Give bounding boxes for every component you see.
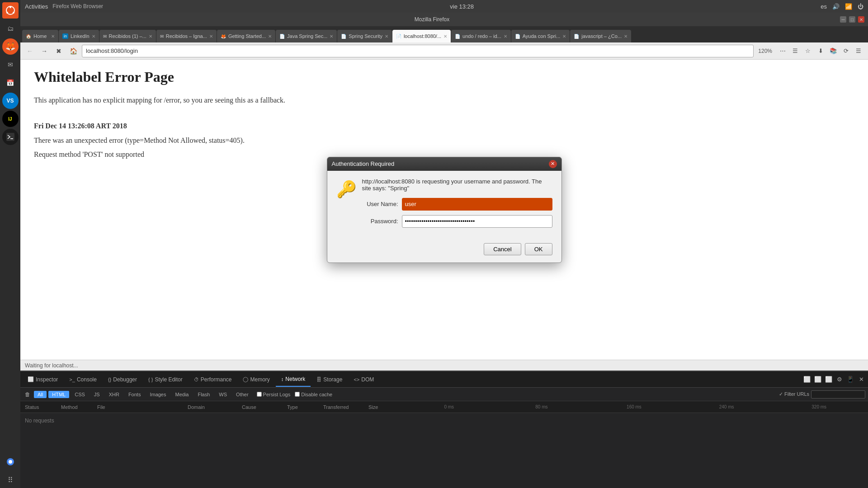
getting-started-tab-close[interactable]: ✕ xyxy=(268,34,272,39)
library-button[interactable]: 📚 xyxy=(827,45,839,57)
chrome-taskbar-icon[interactable] xyxy=(2,454,19,470)
persist-logs-checkbox[interactable]: Persist Logs xyxy=(257,392,291,397)
devtools-panel: ⬜ Inspector >_ Console {} Debugger { } S… xyxy=(20,371,868,488)
filter-fonts[interactable]: Fonts xyxy=(125,391,145,398)
storage-icon: 🗄 xyxy=(316,377,321,382)
reader-view-button[interactable]: ☰ xyxy=(789,45,801,57)
waiting-status: Waiting for localhost... xyxy=(25,362,78,369)
filter-flash[interactable]: Flash xyxy=(194,391,213,398)
calendar-taskbar-icon[interactable]: 📅 xyxy=(2,75,19,91)
sync-button[interactable]: ⟳ xyxy=(840,45,852,57)
filter-html[interactable]: HTML xyxy=(48,391,69,398)
username-label: User Name: xyxy=(362,201,398,207)
tab-dom[interactable]: <> DOM xyxy=(348,372,379,387)
recibidos-ign-tab-close[interactable]: ✕ xyxy=(209,34,213,39)
minimize-button[interactable]: ─ xyxy=(840,16,846,23)
cancel-button[interactable]: Cancel xyxy=(484,243,521,255)
power-icon[interactable]: ⏻ xyxy=(858,3,863,10)
maximize-button[interactable]: □ xyxy=(849,16,855,23)
undo-redo-tab-close[interactable]: ✕ xyxy=(504,34,507,39)
bookmark-button[interactable]: ☆ xyxy=(802,45,814,57)
download-button[interactable]: ⬇ xyxy=(815,45,826,57)
password-input[interactable] xyxy=(402,215,552,228)
language-label[interactable]: es xyxy=(821,3,827,10)
filter-all[interactable]: All xyxy=(34,391,47,398)
disable-cache-checkbox[interactable]: Disable cache xyxy=(295,392,332,397)
network-status-icon[interactable]: 📶 xyxy=(845,3,852,10)
filter-js[interactable]: JS xyxy=(90,391,104,398)
tab-console[interactable]: >_ Console xyxy=(64,372,102,387)
settings-devtools-button[interactable]: ⚙ xyxy=(835,375,844,385)
ayuda-spring-tab-icon: 📄 xyxy=(515,34,520,39)
vscode-taskbar-icon[interactable]: VS xyxy=(2,93,19,109)
volume-icon[interactable]: 🔊 xyxy=(832,3,840,10)
tab-inspector[interactable]: ⬜ Inspector xyxy=(22,372,63,387)
terminal-taskbar-icon[interactable] xyxy=(2,129,19,145)
tab-recibidos-ign[interactable]: ✉ Recibidos – Igna... ✕ xyxy=(156,30,217,42)
tab-memory[interactable]: ◯ Memory xyxy=(237,372,275,387)
dock-bottom-button[interactable]: ⬜ xyxy=(802,375,812,385)
home-tab-close[interactable]: ✕ xyxy=(51,34,55,39)
reload-button[interactable]: ✖ xyxy=(53,45,65,57)
filter-other[interactable]: Other xyxy=(232,391,252,398)
filter-url-input[interactable] xyxy=(811,390,865,399)
tab-ayuda-spring[interactable]: 📄 Ayuda con Spri... ✕ xyxy=(511,30,570,42)
network-label: Network xyxy=(285,376,305,382)
tab-style-editor[interactable]: { } Style Editor xyxy=(143,372,188,387)
status-column-header: Status xyxy=(23,404,59,410)
filter-xhr[interactable]: XHR xyxy=(105,391,123,398)
tab-spring-security[interactable]: 📄 Spring Security ✕ xyxy=(337,30,392,42)
apps-grid-icon[interactable]: ⠿ xyxy=(2,472,19,488)
close-devtools-button[interactable]: ✕ xyxy=(856,375,866,385)
tab-localhost[interactable]: 📄 localhost:8080/... ✕ xyxy=(392,30,451,42)
spring-security-tab-close[interactable]: ✕ xyxy=(385,34,388,39)
forward-button[interactable]: → xyxy=(38,45,50,57)
tab-performance[interactable]: ⏱ Performance xyxy=(189,372,237,387)
tab-recibidos1[interactable]: ✉ Recibidos (1) –... ✕ xyxy=(99,30,156,42)
intellij-taskbar-icon[interactable]: IJ xyxy=(2,111,19,127)
java-spring-tab-close[interactable]: ✕ xyxy=(330,34,333,39)
dialog-close-button[interactable]: ✕ xyxy=(549,160,557,168)
recibidos1-tab-close[interactable]: ✕ xyxy=(149,34,152,39)
responsive-design-button[interactable]: 📱 xyxy=(845,375,855,385)
files-icon[interactable]: 🗂 xyxy=(2,20,19,37)
tab-undo-redo[interactable]: 📄 undo / redo – id... ✕ xyxy=(451,30,511,42)
menu-button[interactable]: ☰ xyxy=(853,45,864,57)
debugger-label: Debugger xyxy=(113,376,137,383)
linkedin-tab-close[interactable]: ✕ xyxy=(92,34,95,39)
network-columns-header: Status Method File Domain Cause Type Tra… xyxy=(20,401,868,413)
tab-java-spring[interactable]: 📄 Java Spring Sec... ✕ xyxy=(276,30,337,42)
back-button[interactable]: ← xyxy=(24,45,36,57)
undock-button[interactable]: ⬜ xyxy=(824,375,834,385)
ayuda-spring-tab-close[interactable]: ✕ xyxy=(562,34,566,39)
firefox-taskbar-icon[interactable]: 🦊 xyxy=(2,38,19,55)
email-taskbar-icon[interactable]: ✉ xyxy=(2,56,19,73)
tab-javascript[interactable]: 📄 javascript – ¿Co... ✕ xyxy=(570,30,631,42)
network-content: No requests xyxy=(20,413,868,488)
dock-side-button[interactable]: ⬜ xyxy=(813,375,823,385)
localhost-tab-close[interactable]: ✕ xyxy=(443,34,447,39)
home-nav-button[interactable]: 🏠 xyxy=(67,45,79,57)
tab-linkedin[interactable]: in LinkedIn ✕ xyxy=(59,30,99,42)
username-input[interactable] xyxy=(402,198,552,211)
javascript-tab-close[interactable]: ✕ xyxy=(624,34,627,39)
tab-network[interactable]: ↕ Network xyxy=(276,372,311,387)
more-tools-button[interactable]: ⋯ xyxy=(777,45,788,57)
type-column-header: Type xyxy=(285,404,321,410)
ubuntu-icon[interactable] xyxy=(2,2,19,19)
activities-label[interactable]: Activities xyxy=(25,3,48,10)
url-bar[interactable] xyxy=(82,45,754,57)
password-label: Password: xyxy=(362,218,398,225)
tab-home[interactable]: 🏠 Home ✕ xyxy=(22,30,58,42)
filter-css[interactable]: CSS xyxy=(71,391,89,398)
clear-network-button[interactable]: 🗑 xyxy=(23,390,32,399)
ok-button[interactable]: OK xyxy=(525,243,552,255)
app-name-label[interactable]: Firefox Web Browser xyxy=(52,3,103,9)
filter-ws[interactable]: WS xyxy=(215,391,231,398)
filter-media[interactable]: Media xyxy=(171,391,192,398)
close-button[interactable]: ✕ xyxy=(858,16,864,23)
tab-getting-started[interactable]: 🦊 Getting Started... ✕ xyxy=(217,30,275,42)
tab-storage[interactable]: 🗄 Storage xyxy=(311,372,348,387)
tab-debugger[interactable]: {} Debugger xyxy=(103,372,142,387)
filter-images[interactable]: Images xyxy=(146,391,170,398)
